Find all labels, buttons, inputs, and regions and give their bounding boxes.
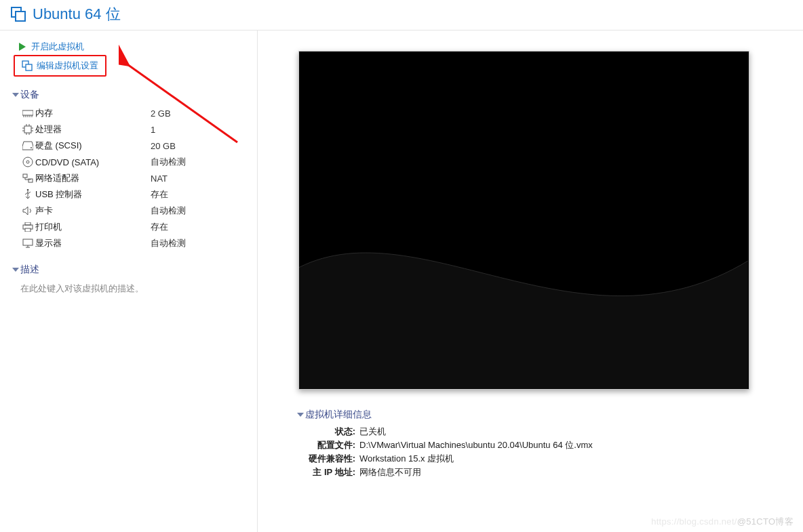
device-network[interactable]: 网络适配器 NAT bbox=[14, 170, 250, 186]
svg-point-22 bbox=[23, 157, 33, 167]
display-icon bbox=[20, 239, 35, 248]
svg-rect-28 bbox=[25, 222, 31, 225]
detail-hw-compat: 硬件兼容性: Workstation 15.x 虚拟机 bbox=[298, 452, 593, 466]
description-field[interactable]: 在此处键入对该虚拟机的描述。 bbox=[14, 280, 250, 295]
network-icon bbox=[20, 173, 35, 183]
preview-background-swoosh bbox=[299, 186, 748, 389]
svg-rect-4 bbox=[26, 64, 32, 70]
edit-settings-highlight: 编辑虚拟机设置 bbox=[14, 55, 106, 77]
vm-summary-pane: 开启此虚拟机 编辑虚拟机设置 bbox=[0, 30, 258, 532]
vm-details: 虚拟机详细信息 状态: 已关机 配置文件: D:\VMwar\Virtual M… bbox=[298, 409, 593, 479]
sound-icon bbox=[20, 206, 35, 216]
details-section-title: 虚拟机详细信息 bbox=[305, 409, 372, 421]
edit-settings-icon bbox=[22, 60, 33, 71]
edit-vm-settings-link[interactable]: 编辑虚拟机设置 bbox=[18, 58, 102, 74]
memory-icon bbox=[20, 109, 35, 117]
usb-icon bbox=[20, 189, 35, 200]
svg-rect-29 bbox=[25, 228, 31, 232]
vm-actions: 开启此虚拟机 编辑虚拟机设置 bbox=[14, 39, 106, 77]
svg-point-21 bbox=[31, 147, 32, 148]
play-icon bbox=[18, 42, 27, 52]
detail-state: 状态: 已关机 bbox=[298, 425, 593, 438]
power-on-label: 开启此虚拟机 bbox=[31, 41, 84, 53]
svg-rect-30 bbox=[23, 239, 33, 245]
cpu-icon bbox=[20, 124, 35, 135]
svg-point-23 bbox=[26, 161, 29, 163]
vm-tab-title: Ubuntu 64 位 bbox=[33, 4, 121, 24]
detail-primary-ip: 主 IP 地址: 网络信息不可用 bbox=[298, 466, 593, 479]
watermark: https://blog.csdn.net/@51CTO博客 bbox=[651, 516, 794, 528]
devices-section-toggle[interactable]: 设备 bbox=[14, 89, 250, 101]
detail-config-file: 配置文件: D:\VMwar\Virtual Machines\ubuntu 2… bbox=[298, 438, 593, 452]
edit-settings-label: 编辑虚拟机设置 bbox=[37, 60, 98, 72]
vm-screen-preview[interactable] bbox=[298, 51, 749, 390]
optical-icon bbox=[20, 157, 35, 167]
chevron-down-icon bbox=[12, 268, 19, 272]
chevron-down-icon bbox=[297, 413, 304, 417]
disk-icon bbox=[20, 141, 35, 150]
svg-rect-12 bbox=[24, 126, 31, 133]
device-optical[interactable]: CD/DVD (SATA) 自动检测 bbox=[14, 154, 250, 170]
devices-section-title: 设备 bbox=[20, 89, 39, 101]
device-printer[interactable]: 打印机 存在 bbox=[14, 219, 250, 235]
chevron-down-icon bbox=[12, 93, 19, 97]
device-sound[interactable]: 声卡 自动检测 bbox=[14, 203, 250, 219]
device-display[interactable]: 显示器 自动检测 bbox=[14, 235, 250, 251]
description-section-title: 描述 bbox=[20, 264, 39, 276]
vm-tab-header[interactable]: Ubuntu 64 位 bbox=[0, 0, 803, 30]
device-memory[interactable]: 内存 2 GB bbox=[14, 105, 250, 121]
device-usb[interactable]: USB 控制器 存在 bbox=[14, 186, 250, 203]
details-section-toggle[interactable]: 虚拟机详细信息 bbox=[298, 409, 593, 421]
description-section-toggle[interactable]: 描述 bbox=[14, 264, 250, 276]
svg-rect-1 bbox=[16, 12, 25, 21]
svg-rect-6 bbox=[22, 110, 33, 115]
devices-list: 内存 2 GB 处理器 1 硬盘 (SCSI) 20 GB CD/DVD (SA… bbox=[14, 105, 250, 251]
printer-icon bbox=[20, 222, 35, 232]
svg-point-26 bbox=[27, 189, 29, 190]
device-disk[interactable]: 硬盘 (SCSI) 20 GB bbox=[14, 138, 250, 154]
device-cpu[interactable]: 处理器 1 bbox=[14, 121, 250, 138]
vm-tab-icon bbox=[9, 5, 27, 23]
power-on-vm-link[interactable]: 开启此虚拟机 bbox=[14, 39, 106, 55]
svg-marker-2 bbox=[19, 43, 26, 51]
vm-preview-pane: 虚拟机详细信息 状态: 已关机 配置文件: D:\VMwar\Virtual M… bbox=[258, 30, 803, 532]
svg-rect-24 bbox=[23, 174, 27, 178]
